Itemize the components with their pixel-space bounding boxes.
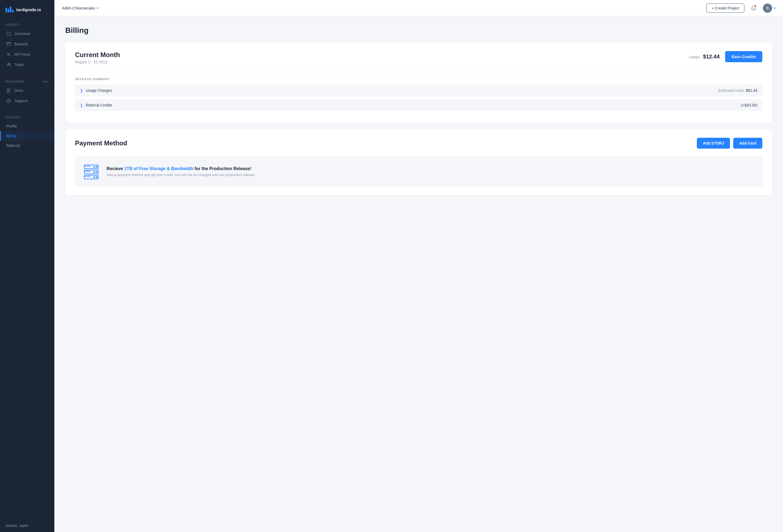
page-body: Billing Current Month August 1 - 15 2019… <box>54 16 783 532</box>
sidebar-item-referral-label: Referral <box>6 143 20 148</box>
storage-icon <box>83 163 100 180</box>
usage-charges-label: Usage Charges <box>86 88 112 93</box>
usage-amount: $12.44 <box>703 54 720 60</box>
usage-charges-left: ❯ Usage Charges <box>80 88 112 93</box>
sidebar-item-profile-label: Profile <box>6 124 17 128</box>
svg-point-3 <box>8 63 9 65</box>
svg-point-4 <box>9 63 10 64</box>
add-storj-button[interactable]: Add STORJ <box>697 138 730 148</box>
promo-box: Recieve 1TB of Free Storage & Bandwidth … <box>75 156 762 187</box>
logo-icon <box>5 6 13 12</box>
promo-text: Recieve 1TB of Free Storage & Bandwidth … <box>106 166 255 177</box>
referral-credits-label: Referral Credits <box>86 103 112 107</box>
account-section-label: ACCOUNT <box>0 113 54 121</box>
sidebar-item-support[interactable]: Support <box>0 96 54 106</box>
page-title: Billing <box>65 26 772 35</box>
current-month-title: Current Month <box>75 51 120 59</box>
current-month-info: Current Month August 1 - 15 2019 <box>75 51 120 64</box>
sidebar-item-docs-label: Docs <box>14 88 23 93</box>
create-project-button[interactable]: + Create Project <box>706 3 744 13</box>
notification-bell[interactable] <box>749 4 758 12</box>
logo-text: tardigrade.io <box>16 7 41 12</box>
estimated-total-label: Estimated total <box>719 88 744 93</box>
satellite-label: Satellite: <box>5 524 18 528</box>
sidebar-item-buckets[interactable]: Buckets <box>0 39 54 49</box>
notification-dot <box>754 5 756 7</box>
logo-bar-3 <box>10 6 11 12</box>
usage-charges-row: ❯ Usage Charges Estimated total $82.44 <box>75 85 762 96</box>
promo-title-plain: Recieve <box>106 166 124 171</box>
resources-section-label: RESOURCES <box>5 80 25 83</box>
resources-hide-link[interactable]: Hide <box>43 80 49 83</box>
user-avatar: S <box>763 3 772 13</box>
topbar: Atikh-Cheesecake ▾ + Create Project S ▾ <box>54 0 783 16</box>
svg-rect-11 <box>85 166 90 166</box>
current-month-right: Usage $12.44 Earn Credits <box>689 51 762 62</box>
referral-credits-chevron-icon[interactable]: ❯ <box>80 103 83 107</box>
sidebar-item-api-keys[interactable]: API Keys <box>0 49 54 60</box>
sidebar-item-buckets-label: Buckets <box>14 42 28 46</box>
user-chevron-icon: ▾ <box>774 6 775 10</box>
add-card-button[interactable]: Add Card <box>733 138 762 148</box>
promo-title-highlight: 1TB of Free Storage & Bandwidth <box>124 166 193 171</box>
svg-point-9 <box>96 166 98 168</box>
svg-point-10 <box>94 166 95 168</box>
sidebar: tardigrade.io PROJECT Overview Buckets <box>0 0 54 532</box>
sidebar-item-billing[interactable]: Billing <box>0 131 54 141</box>
earn-credits-button[interactable]: Earn Credits <box>725 51 762 62</box>
sidebar-item-billing-label: Billing <box>6 134 16 138</box>
current-month-date: August 1 - 15 2019 <box>75 60 120 64</box>
current-month-card: Current Month August 1 - 15 2019 Usage $… <box>65 42 772 123</box>
sidebar-item-overview[interactable]: Overview <box>0 29 54 39</box>
payment-method-title: Payment Method <box>75 139 127 147</box>
sidebar-item-docs[interactable]: Docs <box>0 85 54 96</box>
key-icon <box>6 52 11 57</box>
estimated-total-value: $82.44 <box>746 88 757 93</box>
current-month-header: Current Month August 1 - 15 2019 Usage $… <box>75 51 762 64</box>
logo-bar-4 <box>12 10 13 12</box>
referral-credits-value: (+$20.00) <box>741 103 757 107</box>
payment-method-card: Payment Method Add STORJ Add Card <box>65 129 772 195</box>
svg-point-2 <box>7 53 9 55</box>
logo[interactable]: tardigrade.io <box>0 0 54 20</box>
project-selector[interactable]: Atikh-Cheesecake ▾ <box>62 6 98 10</box>
sidebar-item-referral[interactable]: Referral <box>0 141 54 151</box>
referral-credits-right: (+$20.00) <box>741 103 757 107</box>
usage-charges-chevron-icon[interactable]: ❯ <box>80 89 83 93</box>
project-name: Atikh-Cheesecake <box>62 6 95 10</box>
promo-title-suffix: for the Production Release! <box>193 166 251 171</box>
svg-point-17 <box>96 176 98 178</box>
referral-credits-left: ❯ Referral Credits <box>80 103 112 107</box>
sidebar-item-team[interactable]: Team <box>0 60 54 70</box>
support-icon <box>6 98 11 103</box>
sidebar-item-overview-label: Overview <box>14 32 30 36</box>
user-menu[interactable]: S ▾ <box>763 3 775 13</box>
usage-label: Usage $12.44 <box>689 54 719 60</box>
svg-rect-15 <box>85 171 90 171</box>
payment-actions: Add STORJ Add Card <box>697 138 762 148</box>
buckets-icon <box>6 41 11 46</box>
sidebar-item-support-label: Support <box>14 99 28 103</box>
promo-subtitle: Add a payment method and get free credit… <box>106 173 255 177</box>
svg-point-14 <box>94 171 95 173</box>
satellite-name: Jupiter <box>19 524 29 528</box>
svg-point-13 <box>96 171 98 173</box>
resources-header: RESOURCES Hide <box>0 77 54 85</box>
detailed-summary-label: DETAILED SUMMARY <box>75 77 762 81</box>
sidebar-divider-1 <box>0 73 54 73</box>
team-icon <box>6 62 11 67</box>
satellite-info: Satellite: Jupiter <box>0 519 54 532</box>
sidebar-item-team-label: Team <box>14 63 24 67</box>
referral-credits-row: ❯ Referral Credits (+$20.00) <box>75 99 762 111</box>
logo-bar-1 <box>5 8 7 12</box>
sidebar-divider-2 <box>0 109 54 109</box>
svg-point-7 <box>8 102 9 102</box>
folder-icon <box>6 31 11 36</box>
promo-title: Recieve 1TB of Free Storage & Bandwidth … <box>106 166 255 171</box>
usage-charges-right: Estimated total $82.44 <box>719 88 757 93</box>
sidebar-item-profile[interactable]: Profile <box>0 121 54 131</box>
topbar-right: + Create Project S ▾ <box>706 3 775 13</box>
project-chevron-icon: ▾ <box>97 6 98 10</box>
svg-point-18 <box>94 176 95 178</box>
payment-method-header: Payment Method Add STORJ Add Card <box>75 138 762 148</box>
